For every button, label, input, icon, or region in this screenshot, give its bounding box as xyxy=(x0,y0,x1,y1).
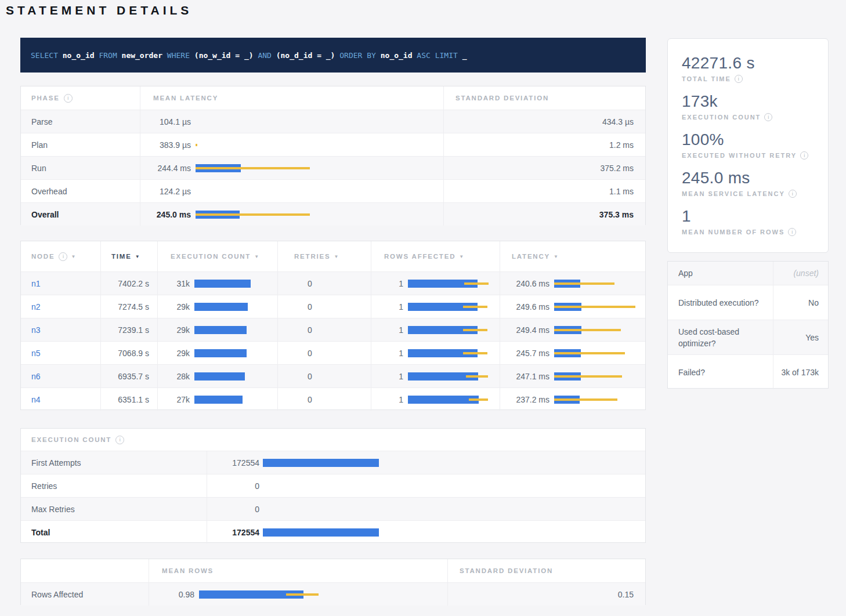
phase-column-header: PHASEi xyxy=(21,86,140,110)
node-link[interactable]: n3 xyxy=(31,325,41,335)
exec-row-label: First Attempts xyxy=(21,458,207,468)
latency-bar xyxy=(196,164,435,173)
stat-mean-number-of-rows: 1 MEAN NUMBER OF ROWSi xyxy=(682,207,816,236)
stat-value: 245.0 ms xyxy=(682,169,816,187)
std-dev-value: 0.15 xyxy=(618,590,634,599)
attribute-label: Failed? xyxy=(668,355,773,389)
phase-label: Overhead xyxy=(21,187,140,196)
mean-latency-value: 245.0 ms xyxy=(140,210,191,219)
rows-affected-bar xyxy=(408,349,491,358)
sort-desc-icon[interactable]: ▼ xyxy=(554,254,559,259)
latency-value: 237.2 ms xyxy=(500,395,549,404)
phase-table-header: PHASEi MEAN LATENCY STANDARD DEVIATION xyxy=(21,86,645,110)
table-row: Parse 104.1 µs 434.3 µs xyxy=(21,110,645,133)
execution-count-bar xyxy=(194,372,269,381)
execution-count-value: 29k xyxy=(158,349,190,358)
rows-affected-value: 1 xyxy=(371,302,403,311)
sort-desc-icon[interactable]: ▼ xyxy=(459,254,465,259)
info-icon[interactable]: i xyxy=(789,190,797,198)
phase-label: Parse xyxy=(21,117,140,126)
rows-affected-table: MEAN ROWS STANDARD DEVIATION Rows Affect… xyxy=(20,559,646,605)
execution-count-bar xyxy=(263,481,637,491)
stat-value: 173k xyxy=(682,92,816,111)
exec-row-value: 0 xyxy=(207,481,259,491)
rows-affected-value: 1 xyxy=(371,279,403,288)
rows-affected-column-header[interactable]: ROWS AFFECTED▼ xyxy=(371,241,500,271)
table-row: n1 7402.2 s 31k 0 1 240.6 ms xyxy=(21,271,645,295)
phase-latency-table: PHASEi MEAN LATENCY STANDARD DEVIATION P… xyxy=(20,86,646,225)
page-title: STATEMENT DETAILS xyxy=(6,3,192,17)
sql-identifier: _ xyxy=(462,51,467,60)
std-dev-value: 1.2 ms xyxy=(609,140,634,150)
execution-count-value: 31k xyxy=(158,279,190,288)
sort-desc-icon[interactable]: ▼ xyxy=(254,254,260,259)
phase-label: Run xyxy=(21,164,140,173)
latency-bar xyxy=(196,117,435,126)
latency-bar xyxy=(554,349,637,358)
node-column-header[interactable]: NODEi▼ xyxy=(21,241,100,271)
time-column-header[interactable]: TIME▼ xyxy=(100,241,157,271)
exec-row-value: 172554 xyxy=(207,458,259,468)
table-row: Retries 0 xyxy=(21,474,645,497)
info-icon[interactable]: i xyxy=(735,75,743,83)
sql-keyword: ORDER BY xyxy=(335,51,380,60)
latency-value: 249.4 ms xyxy=(500,325,549,335)
retries-value: 0 xyxy=(308,279,312,288)
table-row: App (unset) xyxy=(668,262,828,285)
info-icon[interactable]: i xyxy=(788,228,796,236)
standard-deviation-column-header: STANDARD DEVIATION xyxy=(443,86,645,110)
info-icon[interactable]: i xyxy=(800,151,808,160)
summary-stats-card: 42271.6 s TOTAL TIMEi 173k EXECUTION COU… xyxy=(667,38,829,253)
table-row: Total 172554 xyxy=(21,520,645,543)
node-link[interactable]: n6 xyxy=(31,372,41,381)
stat-label: MEAN SERVICE LATENCYi xyxy=(682,190,816,198)
sql-keyword: SELECT xyxy=(31,51,63,60)
retries-value: 0 xyxy=(308,395,312,404)
stat-label: EXECUTION COUNTi xyxy=(682,113,816,121)
info-icon[interactable]: i xyxy=(64,94,73,103)
retries-column-header[interactable]: RETRIES▼ xyxy=(277,241,371,271)
table-row: Overhead 124.2 µs 1.1 ms xyxy=(21,179,645,202)
node-link[interactable]: n4 xyxy=(31,395,41,404)
table-row: n5 7068.9 s 29k 0 1 245.7 ms xyxy=(21,341,645,364)
latency-bar xyxy=(554,302,637,311)
sql-identifier: new_order xyxy=(122,51,162,60)
node-table-header: NODEi▼ TIME▼ EXECUTION COUNT▼ RETRIES▼ R… xyxy=(21,241,645,271)
rows-affected-value: 1 xyxy=(371,395,403,404)
execution-count-panel-header: EXECUTION COUNTi xyxy=(21,429,645,451)
sort-desc-icon[interactable]: ▼ xyxy=(135,254,141,259)
attribute-value: No xyxy=(773,285,828,320)
sql-identifier: (no_w_id = _) xyxy=(194,51,254,60)
info-icon[interactable]: i xyxy=(764,113,772,121)
execution-count-panel: EXECUTION COUNTi First Attempts 172554 R… xyxy=(20,428,646,543)
info-icon[interactable]: i xyxy=(59,252,67,261)
rows-affected-bar xyxy=(408,279,491,288)
sql-statement: SELECT no_o_id FROM new_order WHERE (no_… xyxy=(31,51,467,60)
execution-count-bar xyxy=(194,302,269,311)
node-link[interactable]: n2 xyxy=(31,302,41,311)
execution-count-bar xyxy=(194,395,269,404)
attribute-label: Used cost-based optimizer? xyxy=(668,320,773,354)
latency-value: 240.6 ms xyxy=(500,279,549,288)
sql-identifier: (no_d_id = _) xyxy=(276,51,335,60)
node-link[interactable]: n1 xyxy=(31,279,41,288)
sort-desc-icon[interactable]: ▼ xyxy=(334,254,339,259)
exec-row-value: 172554 xyxy=(207,528,259,537)
time-value: 7274.5 s xyxy=(118,302,149,311)
rows-affected-bar xyxy=(408,395,491,404)
phase-label: Overall xyxy=(21,210,140,219)
sort-desc-icon[interactable]: ▼ xyxy=(71,254,77,259)
mean-latency-value: 104.1 µs xyxy=(140,117,191,126)
latency-column-header[interactable]: LATENCY▼ xyxy=(500,241,645,271)
rows-affected-value: 1 xyxy=(371,372,403,381)
latency-value: 247.1 ms xyxy=(500,372,549,381)
execution-count-value: 27k xyxy=(158,395,190,404)
stat-value: 100% xyxy=(682,131,816,149)
attribute-value: Yes xyxy=(773,320,828,354)
execution-count-value: 29k xyxy=(158,302,190,311)
attribute-label: App xyxy=(668,262,773,285)
node-link[interactable]: n5 xyxy=(31,349,41,358)
table-row: n2 7274.5 s 29k 0 1 249.6 ms xyxy=(21,295,645,318)
execution-count-column-header[interactable]: EXECUTION COUNT▼ xyxy=(157,241,277,271)
info-icon[interactable]: i xyxy=(115,436,124,444)
